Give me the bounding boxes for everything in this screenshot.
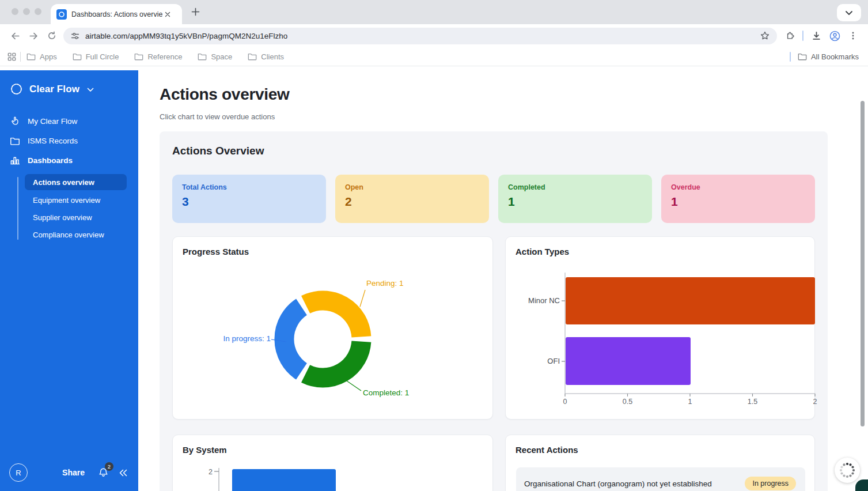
bookmark-label: Reference — [147, 52, 182, 61]
all-bookmarks-button[interactable]: All Bookmarks — [798, 52, 859, 61]
menu-kebab-icon[interactable] — [844, 27, 862, 45]
sidebar-footer: R Share 2 — [0, 458, 138, 491]
bookmark-folder-apps[interactable]: Apps — [26, 52, 57, 61]
sidebar-item-compliance-overview[interactable]: Compliance overview — [25, 226, 127, 243]
bookmarks-separator — [20, 52, 21, 62]
stat-total-actions: Total Actions 3 — [172, 175, 326, 223]
x-tick-label: 0 — [563, 398, 567, 406]
workspace-name: Clear Flow — [29, 84, 79, 95]
stat-overdue: Overdue 1 — [661, 175, 815, 223]
tab-search-button[interactable] — [837, 4, 861, 21]
progress-status-donut-chart[interactable]: Pending: 1 Completed: 1 In progress: 1 — [173, 237, 492, 419]
x-tick-label: 2 — [813, 398, 817, 406]
recent-action-row[interactable]: Organisational Chart (organogram) not ye… — [516, 467, 805, 491]
chat-widget-button[interactable] — [835, 458, 860, 483]
sidebar-item-equipment-overview[interactable]: Equipment overview — [25, 191, 127, 209]
donut-slice-pending[interactable] — [306, 300, 362, 337]
tab-close-icon[interactable] — [164, 10, 172, 18]
apps-grid-icon[interactable] — [7, 52, 17, 62]
page-title: Actions overview — [160, 85, 868, 104]
sidebar-item-actions-overview[interactable]: Actions overview — [25, 174, 127, 190]
window-close-button[interactable] — [12, 8, 18, 15]
folder-icon — [9, 137, 20, 145]
stat-value: 1 — [671, 195, 805, 209]
chart-title: By System — [183, 445, 227, 455]
bookmark-folder-clients[interactable]: Clients — [248, 52, 284, 61]
chat-widget-corner — [855, 479, 868, 491]
reload-icon[interactable] — [43, 27, 61, 45]
loading-spinner-icon — [839, 462, 856, 479]
progress-status-card: Progress Status Pending: 1 Completed: 1 … — [172, 236, 493, 420]
actions-overview-panel: Actions Overview Total Actions 3 Open 2 … — [160, 131, 828, 491]
stat-value: 2 — [345, 195, 479, 209]
bookmark-folder-space[interactable]: Space — [198, 52, 232, 61]
sidebar-item-label: ISMS Records — [28, 137, 78, 145]
site-settings-icon[interactable] — [70, 31, 80, 41]
browser-toolbar: airtable.com/appMM93tq1y5kVBnP/pagmQM2N2… — [0, 24, 868, 47]
action-types-bar-chart[interactable]: Minor NC OFI 0 0.5 1 1.5 2 — [506, 237, 826, 419]
by-system-card: By System 2 — [172, 435, 493, 491]
sidebar-item-label: Compliance overview — [33, 231, 104, 239]
bookmark-label: Space — [211, 52, 232, 61]
sidebar-item-label: Equipment overview — [33, 196, 100, 205]
sidebar-item-label: My Clear Flow — [28, 117, 77, 126]
leader-line-pending — [360, 290, 365, 307]
back-icon[interactable] — [6, 27, 24, 45]
bar-minor-nc[interactable] — [566, 277, 815, 324]
bookmark-label: Apps — [40, 52, 57, 61]
all-bookmarks-label: All Bookmarks — [811, 52, 859, 61]
extensions-icon[interactable] — [780, 27, 799, 45]
sidebar-item-isms-records[interactable]: ISMS Records — [0, 131, 138, 150]
dashboards-subnav: Actions overview Equipment overview Supp… — [0, 174, 138, 243]
forward-icon[interactable] — [24, 27, 43, 45]
hand-pointer-icon — [9, 116, 20, 126]
x-tick-label: 1 — [688, 398, 692, 406]
panel-title: Actions Overview — [172, 144, 815, 158]
bookmark-star-icon[interactable] — [760, 31, 770, 41]
donut-label-completed: Completed: 1 — [363, 388, 409, 397]
donut-slice-completed[interactable] — [306, 342, 362, 378]
profile-icon[interactable] — [825, 27, 844, 45]
workspace-switcher[interactable]: Clear Flow — [0, 70, 138, 96]
url-bar[interactable]: airtable.com/appMM93tq1y5kVBnP/pagmQM2N2… — [63, 28, 777, 44]
by-system-bar-chart[interactable]: 2 — [173, 435, 492, 491]
sidebar-item-dashboards[interactable]: Dashboards — [0, 150, 138, 170]
category-label-ofi: OFI — [547, 357, 560, 365]
category-label-minor-nc: Minor NC — [528, 296, 560, 305]
stat-label: Total Actions — [182, 183, 316, 191]
avatar-initial: R — [16, 469, 21, 477]
recent-actions-card: Recent Actions Organisational Chart (org… — [505, 435, 815, 491]
window-zoom-button[interactable] — [35, 8, 41, 15]
list-title: Recent Actions — [516, 445, 578, 455]
donut-label-in-progress: In progress: 1 — [223, 334, 271, 343]
new-tab-button[interactable] — [190, 6, 201, 17]
by-system-bar[interactable] — [232, 469, 336, 491]
bookmarks-right-separator — [790, 52, 791, 62]
window-minimize-button[interactable] — [23, 8, 30, 15]
avatar[interactable]: R — [9, 463, 28, 482]
notifications-button[interactable]: 2 — [98, 467, 109, 478]
sidebar-item-my-clear-flow[interactable]: My Clear Flow — [0, 111, 138, 131]
sidebar: Clear Flow My Clear Flow ISMS Records — [0, 70, 138, 491]
downloads-icon[interactable] — [807, 27, 825, 45]
browser-tab[interactable]: Dashboards: Actions overview — [51, 4, 182, 24]
bookmark-folder-full-circle[interactable]: Full Circle — [73, 52, 119, 61]
bar-chart-icon — [9, 156, 20, 165]
toolbar-separator — [802, 31, 803, 41]
stat-value: 3 — [182, 195, 316, 209]
main-content: Actions overview Click chart to view ove… — [138, 70, 868, 491]
page-scrollbar[interactable] — [861, 101, 865, 426]
notification-badge: 2 — [105, 462, 113, 471]
stat-open: Open 2 — [335, 175, 489, 223]
share-button[interactable]: Share — [62, 468, 85, 477]
stat-cards: Total Actions 3 Open 2 Completed 1 Overd… — [172, 175, 815, 223]
stat-label: Open — [345, 183, 479, 191]
stat-label: Completed — [508, 183, 642, 191]
sidebar-item-supplier-overview[interactable]: Supplier overview — [25, 209, 127, 226]
leader-line-completed — [347, 381, 362, 391]
bookmark-folder-reference[interactable]: Reference — [134, 52, 182, 61]
collapse-sidebar-icon[interactable] — [119, 469, 128, 477]
donut-slice-in-progress[interactable] — [284, 307, 301, 372]
url-text[interactable]: airtable.com/appMM93tq1y5kVBnP/pagmQM2N2… — [85, 32, 287, 40]
bar-ofi[interactable] — [566, 337, 691, 385]
